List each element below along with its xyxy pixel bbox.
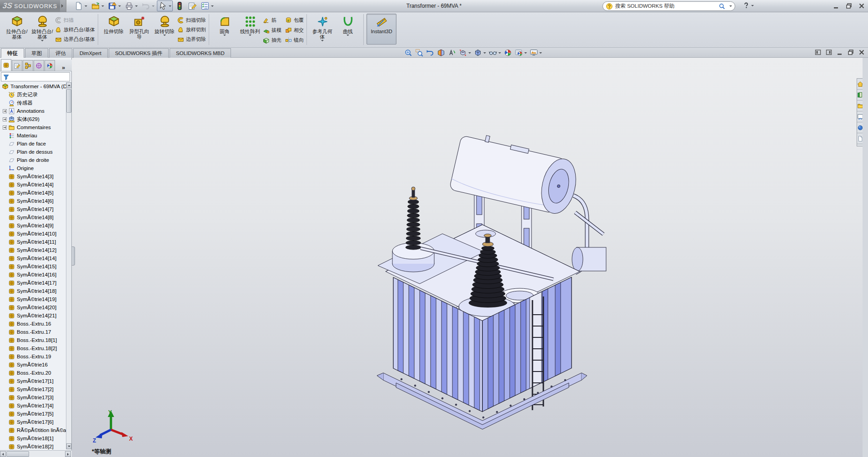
dropdown-arrow-icon[interactable] xyxy=(169,5,171,8)
lofted-cut-button[interactable]: 放样切割 xyxy=(177,25,206,34)
hide-show-items-button[interactable] xyxy=(488,49,502,57)
tree-item[interactable]: Boss.-Extru.17 xyxy=(0,328,66,336)
tree-item[interactable]: 历史记录 xyxy=(0,90,66,99)
tree-item[interactable]: SymÃ©trie14[17] xyxy=(0,279,66,287)
tree-item[interactable]: Boss.-Extru.18[1] xyxy=(0,336,66,344)
design-library-tab[interactable] xyxy=(857,90,863,100)
new-document-button[interactable] xyxy=(73,0,89,11)
close-button[interactable] xyxy=(857,2,866,9)
search-input[interactable]: 搜索 SOLIDWORKS 帮助 xyxy=(615,3,716,10)
tree-item[interactable]: Boss.-Extru.20 xyxy=(0,369,66,377)
tree-item[interactable]: SymÃ©trie17[3] xyxy=(0,393,66,402)
extrude-boss-button[interactable]: 拉伸凸台/基体 xyxy=(4,14,30,40)
revolve-boss-button[interactable]: 旋转凸台/基体 xyxy=(30,14,55,43)
tree-horizontal-scrollbar[interactable] xyxy=(0,450,72,457)
tree-item[interactable]: Annotations xyxy=(0,107,66,115)
tree-item[interactable]: 传感器 xyxy=(0,99,66,107)
tree-item[interactable]: SymÃ©trie14[15] xyxy=(0,262,66,271)
section-view-button[interactable] xyxy=(437,49,446,57)
tree-item[interactable]: 实体(629) xyxy=(0,115,66,123)
tree-item[interactable]: SymÃ©trie14[10] xyxy=(0,230,66,238)
tree-item[interactable]: SymÃ©trie14[9] xyxy=(0,221,66,230)
tree-item[interactable]: Boss.-Extru.16 xyxy=(0,320,66,328)
dropdown-arrow-icon[interactable] xyxy=(483,52,486,55)
dropdown-arrow-icon[interactable] xyxy=(163,35,166,37)
dropdown-arrow-icon[interactable] xyxy=(118,5,121,8)
graphics-viewport[interactable]: Y X Z *等轴测 xyxy=(72,58,863,457)
shell-button[interactable]: 抽壳 xyxy=(263,35,281,45)
tree-item[interactable]: SymÃ©trie14[4] xyxy=(0,181,66,189)
zoom-area-button[interactable] xyxy=(415,49,424,57)
dropdown-arrow-icon[interactable] xyxy=(135,5,138,8)
expand-icon[interactable] xyxy=(3,126,7,130)
swept-boss-button[interactable]: 扫描 xyxy=(55,15,95,25)
dimxpertmanager-tab[interactable] xyxy=(34,60,44,71)
dropdown-arrow-icon[interactable] xyxy=(524,52,527,55)
logo-flyout-button[interactable] xyxy=(60,0,66,12)
view-settings-button[interactable] xyxy=(529,49,542,57)
mirror-button[interactable]: 镜向 xyxy=(285,35,304,45)
help-button[interactable] xyxy=(743,2,754,9)
tree-item[interactable]: Plan de droite xyxy=(0,156,66,164)
tree-item[interactable]: SymÃ©trie14[11] xyxy=(0,238,66,246)
tree-item[interactable]: SymÃ©trie17[1] xyxy=(0,377,66,385)
scroll-left-button[interactable] xyxy=(0,451,6,457)
tree-item[interactable]: SymÃ©trie14[8] xyxy=(0,213,66,221)
curves-button[interactable]: 曲线 xyxy=(335,14,361,38)
view-orientation-button[interactable] xyxy=(458,49,472,57)
tree-item[interactable]: Plan de dessus xyxy=(0,148,66,156)
dropdown-arrow-icon[interactable] xyxy=(539,52,542,55)
dropdown-arrow-icon[interactable] xyxy=(41,40,44,43)
doc-restore-button[interactable] xyxy=(847,49,854,56)
file-explorer-tab[interactable] xyxy=(857,100,863,111)
fillet-button[interactable]: 圆角 xyxy=(212,14,237,38)
tree-item[interactable]: SymÃ©trie14[16] xyxy=(0,271,66,279)
expand-icon[interactable] xyxy=(3,117,7,121)
tree-root-item[interactable]: Transformer - 69MVA (D xyxy=(0,82,66,90)
doc-close-button[interactable] xyxy=(858,49,865,56)
dropdown-arrow-icon[interactable] xyxy=(152,5,155,8)
tree-item[interactable]: RÃ©pÃ©tition linÃ©ai xyxy=(0,426,66,434)
select-cursor-button[interactable] xyxy=(157,0,173,11)
tree-item[interactable]: SymÃ©trie14[20] xyxy=(0,303,66,311)
tab-solidworks-插件[interactable]: SOLIDWORKS 插件 xyxy=(109,48,169,58)
doc-minimize-button[interactable] xyxy=(836,49,843,56)
expand-icon[interactable] xyxy=(3,109,7,113)
scroll-up-button[interactable] xyxy=(66,82,71,88)
tree-item[interactable]: SymÃ©trie17[6] xyxy=(0,418,66,426)
tree-item[interactable]: SymÃ©trie17[5] xyxy=(0,410,66,418)
transformer-model[interactable] xyxy=(370,119,611,442)
swept-cut-button[interactable]: 扫描切除 xyxy=(177,15,206,25)
instant3d-button[interactable]: Instant3D xyxy=(366,14,396,45)
search-box[interactable]: 搜索 SOLIDWORKS 帮助 xyxy=(602,1,735,11)
minimize-button[interactable] xyxy=(832,2,841,9)
undo-button[interactable] xyxy=(140,0,156,11)
rebuild-button[interactable] xyxy=(174,0,186,11)
dropdown-arrow-icon[interactable] xyxy=(223,35,226,37)
edit-appearance-button[interactable] xyxy=(503,49,512,57)
tree-vertical-scrollbar[interactable] xyxy=(66,82,71,449)
tree-item[interactable]: SymÃ©trie18[2] xyxy=(0,442,66,449)
tree-item[interactable]: Plan de face xyxy=(0,140,66,148)
dropdown-arrow-icon[interactable] xyxy=(249,35,251,37)
tree-item[interactable]: SymÃ©trie14[19] xyxy=(0,295,66,303)
lofted-boss-button[interactable]: 放样凸台/基体 xyxy=(55,25,95,34)
displaymanager-tab[interactable] xyxy=(45,60,55,71)
linear-pattern-button[interactable]: 线性阵列 xyxy=(237,14,263,38)
tree-item[interactable]: SymÃ©trie16 xyxy=(0,361,66,369)
rib-button[interactable]: 筋 xyxy=(263,15,281,25)
manager-tabs-overflow-button[interactable]: » xyxy=(62,64,65,71)
tree-filter-field[interactable] xyxy=(1,72,70,81)
tab-草图[interactable]: 草图 xyxy=(25,48,48,58)
horizontal-scroll-thumb[interactable] xyxy=(6,451,29,457)
tree-item[interactable]: SymÃ©trie14[5] xyxy=(0,189,66,197)
dropdown-arrow-icon[interactable] xyxy=(498,52,501,55)
open-button[interactable] xyxy=(90,0,105,11)
zoom-fit-button[interactable] xyxy=(404,49,413,57)
tab-dimxpert[interactable]: DimXpert xyxy=(73,48,108,58)
scroll-right-button[interactable] xyxy=(65,451,71,457)
reference-geometry-button[interactable]: 参考几何体 xyxy=(310,14,335,43)
previous-view-button[interactable] xyxy=(426,49,435,57)
tree-item[interactable]: Commentaires xyxy=(0,123,66,131)
view-palette-tab[interactable] xyxy=(857,111,863,122)
